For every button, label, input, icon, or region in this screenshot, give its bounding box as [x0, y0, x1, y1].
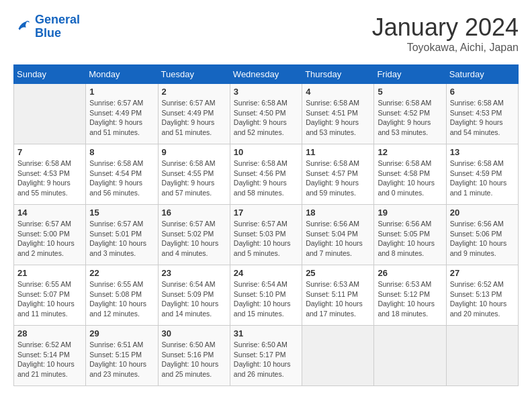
calendar-subtitle: Toyokawa, Aichi, Japan: [372, 42, 519, 54]
day-cell: [446, 326, 518, 386]
day-number: 9: [162, 147, 226, 157]
day-number: 22: [89, 268, 154, 278]
day-info: Sunrise: 6:58 AM Sunset: 4:59 PM Dayligh…: [450, 158, 515, 198]
logo-text: General Blue: [35, 13, 80, 40]
weekday-header-thursday: Thursday: [302, 65, 374, 84]
week-row-4: 21 Sunrise: 6:55 AM Sunset: 5:07 PM Dayl…: [14, 265, 519, 326]
day-number: 7: [17, 147, 82, 157]
day-cell: 2 Sunrise: 6:57 AM Sunset: 4:49 PM Dayli…: [158, 84, 230, 144]
day-cell: 4 Sunrise: 6:58 AM Sunset: 4:51 PM Dayli…: [302, 84, 374, 144]
day-cell: 16 Sunrise: 6:57 AM Sunset: 5:02 PM Dayl…: [158, 205, 230, 265]
day-number: 19: [378, 208, 442, 218]
calendar-table: SundayMondayTuesdayWednesdayThursdayFrid…: [13, 64, 519, 386]
day-number: 16: [162, 208, 226, 218]
day-cell: 29 Sunrise: 6:51 AM Sunset: 5:15 PM Dayl…: [86, 326, 158, 386]
day-cell: 23 Sunrise: 6:54 AM Sunset: 5:09 PM Dayl…: [158, 265, 230, 326]
week-row-2: 7 Sunrise: 6:58 AM Sunset: 4:53 PM Dayli…: [14, 144, 519, 205]
day-info: Sunrise: 6:50 AM Sunset: 5:16 PM Dayligh…: [162, 340, 226, 379]
day-info: Sunrise: 6:54 AM Sunset: 5:09 PM Dayligh…: [162, 279, 226, 319]
day-info: Sunrise: 6:58 AM Sunset: 4:56 PM Dayligh…: [234, 158, 298, 198]
weekday-header-monday: Monday: [86, 65, 158, 84]
day-info: Sunrise: 6:58 AM Sunset: 4:55 PM Dayligh…: [162, 158, 226, 198]
day-info: Sunrise: 6:58 AM Sunset: 4:53 PM Dayligh…: [17, 158, 82, 198]
day-info: Sunrise: 6:54 AM Sunset: 5:10 PM Dayligh…: [234, 279, 298, 319]
day-number: 30: [162, 328, 226, 338]
calendar-body: 1 Sunrise: 6:57 AM Sunset: 4:49 PM Dayli…: [14, 84, 519, 386]
day-number: 12: [378, 147, 442, 157]
day-info: Sunrise: 6:56 AM Sunset: 5:06 PM Dayligh…: [450, 219, 515, 259]
day-number: 3: [234, 87, 298, 97]
day-info: Sunrise: 6:57 AM Sunset: 5:01 PM Dayligh…: [89, 219, 154, 259]
day-info: Sunrise: 6:55 AM Sunset: 5:08 PM Dayligh…: [89, 279, 154, 319]
week-row-5: 28 Sunrise: 6:52 AM Sunset: 5:14 PM Dayl…: [14, 326, 519, 386]
day-info: Sunrise: 6:58 AM Sunset: 4:51 PM Dayligh…: [306, 98, 370, 138]
day-info: Sunrise: 6:58 AM Sunset: 4:50 PM Dayligh…: [234, 98, 298, 138]
day-number: 10: [234, 147, 298, 157]
day-cell: 9 Sunrise: 6:58 AM Sunset: 4:55 PM Dayli…: [158, 144, 230, 205]
day-cell: 8 Sunrise: 6:58 AM Sunset: 4:54 PM Dayli…: [86, 144, 158, 205]
day-cell: 12 Sunrise: 6:58 AM Sunset: 4:58 PM Dayl…: [374, 144, 446, 205]
day-number: 21: [17, 268, 82, 278]
day-info: Sunrise: 6:53 AM Sunset: 5:11 PM Dayligh…: [306, 279, 370, 319]
day-info: Sunrise: 6:56 AM Sunset: 5:04 PM Dayligh…: [306, 219, 370, 259]
day-info: Sunrise: 6:57 AM Sunset: 5:02 PM Dayligh…: [162, 219, 226, 259]
weekday-header-friday: Friday: [374, 65, 446, 84]
day-number: 2: [162, 87, 226, 97]
day-info: Sunrise: 6:50 AM Sunset: 5:17 PM Dayligh…: [234, 340, 298, 379]
day-info: Sunrise: 6:53 AM Sunset: 5:12 PM Dayligh…: [378, 279, 442, 319]
day-info: Sunrise: 6:57 AM Sunset: 4:49 PM Dayligh…: [162, 98, 226, 138]
weekday-header-tuesday: Tuesday: [158, 65, 230, 84]
weekday-header-row: SundayMondayTuesdayWednesdayThursdayFrid…: [14, 65, 519, 84]
day-number: 6: [450, 87, 515, 97]
day-cell: 26 Sunrise: 6:53 AM Sunset: 5:12 PM Dayl…: [374, 265, 446, 326]
day-info: Sunrise: 6:57 AM Sunset: 5:03 PM Dayligh…: [234, 219, 298, 259]
day-number: 23: [162, 268, 226, 278]
day-number: 20: [450, 208, 515, 218]
day-info: Sunrise: 6:58 AM Sunset: 4:53 PM Dayligh…: [450, 98, 515, 138]
day-number: 18: [306, 208, 370, 218]
day-cell: [302, 326, 374, 386]
day-number: 15: [89, 208, 154, 218]
day-cell: 30 Sunrise: 6:50 AM Sunset: 5:16 PM Dayl…: [158, 326, 230, 386]
day-info: Sunrise: 6:58 AM Sunset: 4:52 PM Dayligh…: [378, 98, 442, 138]
day-cell: 3 Sunrise: 6:58 AM Sunset: 4:50 PM Dayli…: [230, 84, 302, 144]
day-info: Sunrise: 6:55 AM Sunset: 5:07 PM Dayligh…: [17, 279, 82, 319]
day-cell: 10 Sunrise: 6:58 AM Sunset: 4:56 PM Dayl…: [230, 144, 302, 205]
day-cell: 11 Sunrise: 6:58 AM Sunset: 4:57 PM Dayl…: [302, 144, 374, 205]
weekday-header-saturday: Saturday: [446, 65, 518, 84]
day-info: Sunrise: 6:57 AM Sunset: 4:49 PM Dayligh…: [89, 98, 154, 138]
day-cell: 24 Sunrise: 6:54 AM Sunset: 5:10 PM Dayl…: [230, 265, 302, 326]
day-cell: 27 Sunrise: 6:52 AM Sunset: 5:13 PM Dayl…: [446, 265, 518, 326]
weekday-header-sunday: Sunday: [14, 65, 86, 84]
logo-icon: [13, 17, 32, 36]
day-cell: [14, 84, 86, 144]
page-header: General Blue January 2024 Toyokawa, Aich…: [13, 13, 519, 54]
day-cell: 22 Sunrise: 6:55 AM Sunset: 5:08 PM Dayl…: [86, 265, 158, 326]
day-cell: 7 Sunrise: 6:58 AM Sunset: 4:53 PM Dayli…: [14, 144, 86, 205]
day-info: Sunrise: 6:52 AM Sunset: 5:13 PM Dayligh…: [450, 279, 515, 319]
day-number: 31: [234, 328, 298, 338]
day-cell: 15 Sunrise: 6:57 AM Sunset: 5:01 PM Dayl…: [86, 205, 158, 265]
day-number: 27: [450, 268, 515, 278]
day-info: Sunrise: 6:56 AM Sunset: 5:05 PM Dayligh…: [378, 219, 442, 259]
day-cell: 31 Sunrise: 6:50 AM Sunset: 5:17 PM Dayl…: [230, 326, 302, 386]
day-number: 1: [89, 87, 154, 97]
logo: General Blue: [13, 13, 80, 40]
day-number: 8: [89, 147, 154, 157]
day-number: 29: [89, 328, 154, 338]
day-cell: [374, 326, 446, 386]
day-info: Sunrise: 6:51 AM Sunset: 5:15 PM Dayligh…: [89, 340, 154, 379]
day-info: Sunrise: 6:58 AM Sunset: 4:54 PM Dayligh…: [89, 158, 154, 198]
day-cell: 6 Sunrise: 6:58 AM Sunset: 4:53 PM Dayli…: [446, 84, 518, 144]
week-row-1: 1 Sunrise: 6:57 AM Sunset: 4:49 PM Dayli…: [14, 84, 519, 144]
day-number: 17: [234, 208, 298, 218]
day-number: 4: [306, 87, 370, 97]
day-info: Sunrise: 6:58 AM Sunset: 4:57 PM Dayligh…: [306, 158, 370, 198]
day-cell: 13 Sunrise: 6:58 AM Sunset: 4:59 PM Dayl…: [446, 144, 518, 205]
calendar-title: January 2024: [372, 13, 519, 42]
day-cell: 18 Sunrise: 6:56 AM Sunset: 5:04 PM Dayl…: [302, 205, 374, 265]
day-cell: 25 Sunrise: 6:53 AM Sunset: 5:11 PM Dayl…: [302, 265, 374, 326]
day-number: 5: [378, 87, 442, 97]
day-number: 25: [306, 268, 370, 278]
day-cell: 1 Sunrise: 6:57 AM Sunset: 4:49 PM Dayli…: [86, 84, 158, 144]
